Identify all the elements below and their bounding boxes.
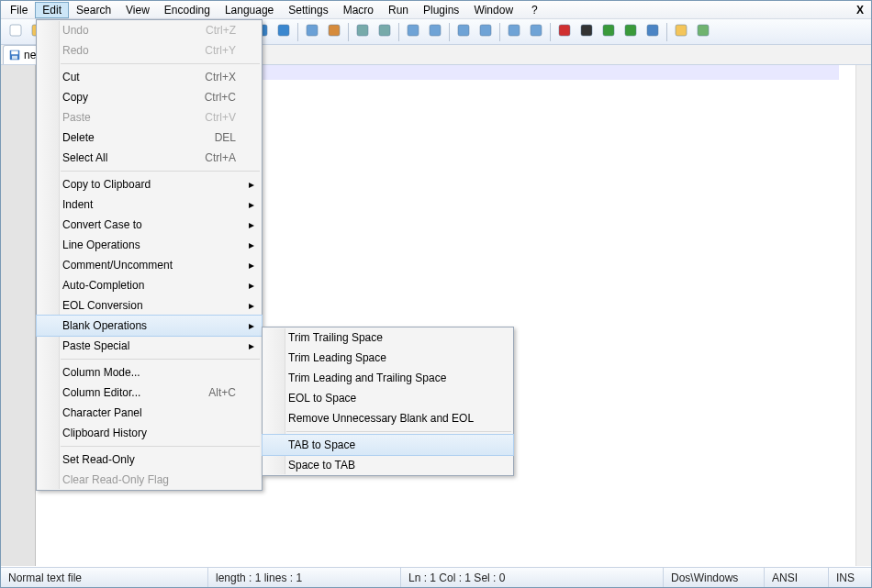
menu-view[interactable]: View — [118, 2, 157, 18]
window-close-button[interactable]: X — [851, 4, 869, 17]
menu-item-eol-conversion[interactable]: EOL Conversion▸ — [37, 295, 262, 316]
zoom-in-button[interactable] — [352, 22, 373, 42]
word-wrap-button[interactable] — [453, 22, 474, 42]
new-file-button[interactable] — [6, 22, 26, 42]
replace-button[interactable] — [324, 22, 344, 42]
user-lang-button[interactable] — [526, 22, 546, 42]
submenu-item-space-to-tab[interactable]: Space to TAB — [263, 455, 513, 475]
svg-rect-12 — [307, 25, 318, 36]
submenu-item-trim-leading-space[interactable]: Trim Leading Space — [263, 348, 513, 368]
replace-icon — [327, 23, 341, 40]
menu-item-label: Indent — [62, 198, 93, 211]
submenu-item-label: Trim Trailing Space — [288, 331, 383, 344]
stop-macro-button[interactable] — [576, 22, 597, 42]
svg-rect-18 — [458, 25, 469, 36]
svg-rect-27 — [676, 25, 687, 36]
submenu-arrow-icon: ▸ — [249, 218, 254, 231]
sync-h-button[interactable] — [425, 22, 445, 42]
menu-item-paste-special[interactable]: Paste Special▸ — [37, 336, 262, 356]
menu-shortcut: Ctrl+V — [205, 111, 236, 124]
show-all-button[interactable] — [475, 22, 496, 42]
menu-edit[interactable]: Edit — [35, 2, 69, 18]
menu-help[interactable]: ? — [524, 2, 545, 18]
menu-bar: FileEditSearchViewEncodingLanguageSettin… — [1, 1, 871, 19]
menu-item-auto-completion[interactable]: Auto-Completion▸ — [37, 275, 262, 295]
submenu-item-eol-to-space[interactable]: EOL to Space — [263, 388, 513, 408]
submenu-item-label: EOL to Space — [288, 392, 356, 405]
status-length: length : 1 lines : 1 — [208, 568, 401, 587]
submenu-arrow-icon: ▸ — [249, 299, 254, 312]
play-multi-icon — [623, 23, 638, 40]
edit-menu-dropdown: UndoCtrl+ZRedoCtrl+YCutCtrl+XCopyCtrl+CP… — [36, 19, 263, 491]
submenu-arrow-icon: ▸ — [249, 178, 254, 191]
status-bar: Normal text file length : 1 lines : 1 Ln… — [1, 567, 871, 587]
submenu-item-remove-unnecessary-blank-and-eol[interactable]: Remove Unnecessary Blank and EOL — [263, 408, 513, 428]
folder-button[interactable] — [671, 22, 691, 42]
vertical-scrollbar[interactable] — [855, 65, 871, 566]
menu-file[interactable]: File — [3, 2, 35, 18]
redo-button[interactable] — [274, 22, 294, 42]
svg-rect-24 — [603, 25, 614, 36]
menu-item-blank-operations[interactable]: Blank Operations▸ — [37, 316, 262, 336]
zoom-out-button[interactable] — [375, 22, 395, 42]
menu-item-label: Paste — [62, 111, 91, 124]
user-lang-icon — [529, 23, 543, 40]
menu-macro[interactable]: Macro — [336, 2, 381, 18]
menu-shortcut: Ctrl+Y — [205, 44, 236, 57]
menu-item-copy[interactable]: CopyCtrl+C — [37, 87, 262, 107]
menu-plugins[interactable]: Plugins — [416, 2, 466, 18]
submenu-item-tab-to-space[interactable]: TAB to Space — [263, 435, 513, 455]
play-macro-icon — [601, 23, 616, 40]
menu-item-label: Undo — [62, 24, 89, 37]
toolbar-separator — [550, 23, 551, 41]
save-macro-button[interactable] — [643, 22, 663, 42]
menu-item-copy-to-clipboard[interactable]: Copy to Clipboard▸ — [37, 174, 262, 194]
submenu-arrow-icon: ▸ — [249, 259, 254, 272]
indent-guide-button[interactable] — [504, 22, 524, 42]
menu-item-column-mode[interactable]: Column Mode... — [37, 362, 262, 383]
svg-rect-19 — [480, 25, 491, 36]
menu-search[interactable]: Search — [69, 2, 118, 18]
menu-encoding[interactable]: Encoding — [157, 2, 218, 18]
blank-operations-submenu: Trim Trailing SpaceTrim Leading SpaceTri… — [262, 327, 514, 476]
menu-language[interactable]: Language — [218, 2, 281, 18]
find-button[interactable] — [302, 22, 322, 42]
svg-rect-11 — [278, 25, 289, 36]
play-multi-button[interactable] — [620, 22, 641, 42]
toolbar-separator — [348, 23, 349, 41]
menu-settings[interactable]: Settings — [281, 2, 335, 18]
menu-item-label: Column Editor... — [62, 386, 140, 399]
menu-item-cut[interactable]: CutCtrl+X — [37, 67, 262, 87]
menu-item-set-read-only[interactable]: Set Read-Only — [37, 449, 262, 470]
folder-icon — [674, 23, 688, 40]
show-all-icon — [478, 23, 493, 40]
menu-item-label: Blank Operations — [62, 319, 147, 332]
submenu-item-trim-trailing-space[interactable]: Trim Trailing Space — [263, 327, 513, 348]
svg-rect-17 — [430, 25, 441, 36]
record-macro-button[interactable] — [554, 22, 575, 42]
menu-item-label: Redo — [62, 44, 89, 57]
sync-v-button[interactable] — [403, 22, 423, 42]
menu-separator — [61, 446, 260, 447]
menu-item-convert-case-to[interactable]: Convert Case to▸ — [37, 215, 262, 235]
menu-item-delete[interactable]: DeleteDEL — [37, 128, 262, 148]
menu-run[interactable]: Run — [381, 2, 416, 18]
submenu-item-trim-leading-and-trailing-space[interactable]: Trim Leading and Trailing Space — [263, 368, 513, 388]
menu-item-character-panel[interactable]: Character Panel — [37, 403, 262, 423]
svg-rect-25 — [625, 25, 636, 36]
menu-item-column-editor[interactable]: Column Editor...Alt+C — [37, 383, 262, 403]
menu-item-label: Select All — [62, 151, 107, 164]
spell-check-button[interactable] — [693, 22, 713, 42]
menu-item-select-all[interactable]: Select AllCtrl+A — [37, 148, 262, 168]
menu-item-indent[interactable]: Indent▸ — [37, 194, 262, 215]
svg-rect-31 — [12, 56, 17, 60]
menu-item-comment-uncomment[interactable]: Comment/Uncomment▸ — [37, 255, 262, 275]
menu-window[interactable]: Window — [466, 2, 520, 18]
menu-item-line-operations[interactable]: Line Operations▸ — [37, 235, 262, 255]
sync-v-icon — [406, 23, 420, 40]
menu-item-label: Line Operations — [62, 239, 140, 251]
play-macro-button[interactable] — [598, 22, 619, 42]
submenu-arrow-icon: ▸ — [249, 319, 254, 332]
menu-item-clipboard-history[interactable]: Clipboard History — [37, 423, 262, 443]
menu-item-label: Column Mode... — [62, 366, 140, 379]
